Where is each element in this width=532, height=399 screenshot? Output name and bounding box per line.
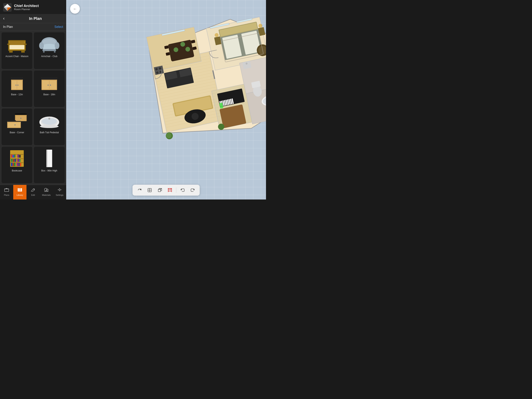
item-box-96in-high[interactable]: Box - 96in High [34, 147, 65, 183]
nav-materials-label: Materials [42, 194, 51, 196]
plans-icon [4, 188, 9, 193]
item-label-accent-chair: Accent Chair - Maison [6, 55, 28, 58]
svg-point-28 [17, 84, 19, 86]
canvas-back-button[interactable]: ← [70, 4, 80, 14]
nav-library-label: Library [17, 194, 23, 196]
svg-line-83 [31, 191, 31, 192]
svg-rect-62 [13, 159, 14, 162]
bottom-toolbar [133, 185, 200, 196]
svg-rect-60 [20, 163, 21, 166]
main-canvas[interactable]: ← [66, 0, 266, 200]
svg-point-27 [15, 84, 17, 86]
materials-icon [44, 188, 49, 193]
redo-button[interactable] [189, 186, 197, 194]
item-image-bookcase [5, 149, 29, 168]
svg-point-49 [40, 125, 59, 128]
back-button[interactable]: ‹ [3, 16, 5, 21]
item-image-base-corner [5, 110, 29, 130]
svg-point-48 [48, 118, 50, 120]
svg-rect-56 [14, 163, 15, 166]
svg-rect-63 [14, 159, 16, 162]
svg-point-41 [14, 124, 16, 125]
svg-rect-71 [18, 154, 19, 158]
item-base-12in[interactable]: Base - 12in [1, 71, 32, 107]
svg-rect-7 [10, 45, 24, 49]
nav-bar: ‹ In Plan [0, 14, 66, 23]
svg-rect-20 [43, 49, 56, 51]
nav-materials[interactable]: Materials [40, 185, 53, 200]
svg-rect-24 [11, 77, 23, 80]
svg-rect-21 [43, 51, 44, 53]
rotate-button[interactable] [136, 186, 144, 194]
item-label-base18: Base - 18in [44, 93, 55, 96]
settings-icon [57, 188, 62, 193]
undo-button[interactable] [179, 186, 187, 194]
svg-rect-59 [19, 163, 20, 166]
svg-rect-187 [169, 189, 171, 191]
item-label-box96: Box - 96in High [41, 169, 57, 172]
item-label-base12: Base - 12in [11, 93, 23, 96]
item-armchair-club[interactable]: Armchair - Club [34, 32, 65, 69]
item-image-base12 [5, 72, 29, 92]
svg-text:CA: CA [4, 6, 6, 7]
svg-rect-13 [7, 44, 10, 45]
svg-rect-14 [24, 44, 27, 45]
nav-settings[interactable]: Settings [53, 185, 66, 200]
svg-rect-81 [18, 191, 22, 192]
library-icon [17, 188, 22, 193]
nav-library[interactable]: Library [13, 185, 26, 200]
svg-rect-11 [11, 51, 13, 53]
svg-rect-80 [21, 188, 22, 191]
svg-rect-69 [14, 154, 15, 158]
svg-rect-39 [8, 122, 20, 127]
item-image-box96 [38, 149, 61, 168]
app-logo-text: Chief Architect Room Planner [14, 4, 39, 11]
svg-rect-10 [23, 50, 25, 53]
svg-rect-43 [15, 113, 27, 115]
svg-rect-12 [21, 51, 23, 53]
nav-title: In Plan [8, 16, 63, 21]
svg-rect-58 [17, 163, 18, 166]
svg-rect-74 [47, 150, 52, 167]
svg-rect-66 [19, 159, 20, 162]
item-image-bath-tub [38, 110, 61, 130]
bottom-nav: Plans Library Edit Materials Settings [0, 185, 66, 200]
item-base-corner[interactable]: Base - Corner [1, 109, 32, 145]
svg-rect-9 [9, 50, 11, 53]
items-grid: Accent Chair - Maison [0, 31, 66, 185]
svg-point-85 [46, 189, 48, 191]
perspective-button[interactable] [166, 186, 174, 194]
svg-rect-61 [11, 159, 13, 162]
svg-point-19 [55, 42, 59, 49]
select-button[interactable]: Select [55, 25, 63, 29]
floor-plan [133, 8, 266, 144]
app-subtitle: Room Planner [14, 8, 39, 11]
3d-view-button[interactable] [156, 186, 164, 194]
svg-point-42 [20, 118, 21, 119]
svg-rect-22 [54, 51, 56, 53]
svg-rect-76 [5, 189, 9, 192]
nav-edit[interactable]: Edit [26, 185, 40, 200]
svg-rect-64 [16, 159, 17, 162]
svg-point-87 [59, 189, 60, 191]
svg-rect-67 [11, 154, 12, 158]
svg-rect-55 [13, 163, 14, 166]
item-label-base-corner: Base - Corner [10, 131, 24, 134]
item-accent-chair-maison[interactable]: Accent Chair - Maison [1, 32, 32, 69]
item-image-accent-chair [5, 34, 29, 54]
canvas-back-arrow-icon: ← [73, 7, 77, 11]
item-bookcase[interactable]: Bookcase [1, 147, 32, 183]
nav-plans[interactable]: Plans [0, 185, 13, 200]
item-bath-tub-pedestal[interactable]: Bath Tub Pedestal [34, 109, 65, 145]
svg-marker-194 [194, 189, 195, 190]
sidebar: CA Chief Architect Room Planner ‹ In Pla… [0, 0, 66, 200]
item-label-armchair: Armchair - Club [41, 55, 57, 58]
nav-plans-label: Plans [4, 194, 9, 196]
svg-rect-72 [19, 155, 21, 158]
item-base-18in[interactable]: Base - 18in [34, 71, 65, 107]
section-title: In Plan [3, 25, 13, 29]
svg-rect-8 [10, 41, 24, 45]
floor-plan-2d-button[interactable] [146, 186, 154, 194]
svg-point-18 [39, 42, 44, 49]
app-header: CA Chief Architect Room Planner [0, 0, 66, 14]
